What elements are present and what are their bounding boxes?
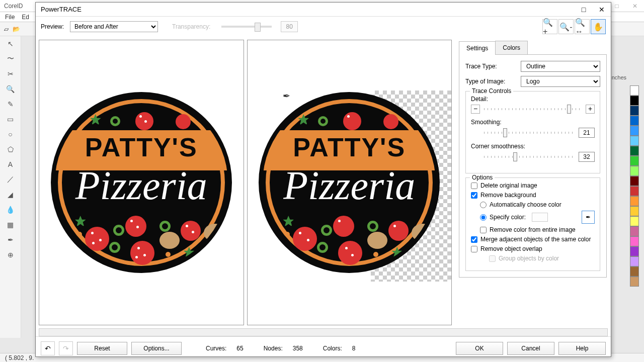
reset-button[interactable]: Reset (77, 342, 127, 355)
eyedropper-button[interactable]: ✒ (582, 211, 595, 224)
cancel-button[interactable]: Cancel (507, 342, 554, 355)
left-toolbox: ↖ 〜 ✂ 🔍 ✎ ▭ ○ ⬠ A ／ ◢ 💧 ▦ ✒ ⊕ (0, 36, 21, 338)
menu-file[interactable]: File (5, 14, 15, 21)
remove-bg-checkbox[interactable] (471, 192, 477, 199)
image-type-label: Type of Image: (465, 78, 521, 85)
swatch[interactable] (630, 236, 639, 246)
trace-controls-group: Trace Controls Detail: − + Smoothing: (465, 91, 600, 173)
line-tool-icon[interactable]: ／ (0, 172, 21, 187)
remove-entire-label: Remove color from entire image (490, 226, 576, 233)
eyedropper-cursor-icon: ✒ (283, 90, 290, 102)
smoothing-slider[interactable] (484, 132, 575, 134)
swatch[interactable] (630, 126, 639, 136)
transparency-value: 80 (281, 21, 298, 32)
eyedropper-tool-icon[interactable]: ✒ (0, 232, 21, 247)
fill-tool-icon[interactable]: ◢ (0, 187, 21, 202)
zoom-in-icon[interactable]: 🔍+ (542, 19, 557, 34)
swatch[interactable] (630, 106, 639, 116)
text-tool-icon[interactable]: A (0, 157, 21, 172)
smoothing-value[interactable]: 21 (579, 128, 595, 138)
dialog-footer: ↶ ↷ Reset Options... Curves:65 Nodes:358… (36, 336, 611, 359)
redo-button[interactable]: ↷ (59, 341, 73, 355)
new-icon[interactable]: ▱ (4, 26, 9, 33)
preview-mode-select[interactable]: Before and After (70, 21, 158, 32)
corner-value[interactable]: 32 (579, 152, 595, 162)
swatch[interactable] (630, 176, 639, 186)
freehand-tool-icon[interactable]: ✎ (0, 97, 21, 112)
curves-value: 65 (236, 345, 243, 352)
dropper-tool-icon[interactable]: 💧 (0, 202, 21, 217)
dialog-close-button[interactable]: ✕ (593, 3, 611, 17)
options-title: Options (470, 174, 495, 181)
help-button[interactable]: Help (558, 342, 606, 355)
merge-adjacent-label: Merge adjacent objects of the same color (480, 236, 591, 243)
swatch[interactable] (630, 246, 639, 256)
before-logo: PATTY'S Pizzeria (51, 92, 232, 273)
detail-slider[interactable] (484, 108, 582, 110)
delete-original-checkbox[interactable] (471, 183, 477, 189)
dialog-maximize-button[interactable]: □ (575, 3, 593, 17)
swatch[interactable] (630, 136, 639, 146)
swatch[interactable] (630, 196, 639, 206)
pan-hand-icon[interactable]: ✋ (591, 19, 606, 34)
after-pane[interactable]: ✒ PATTY'S Pizzeria (247, 40, 452, 325)
remove-bg-label: Remove background (480, 192, 536, 199)
tab-colors[interactable]: Colors (495, 41, 528, 54)
corner-slider[interactable] (484, 156, 575, 158)
menu-edit[interactable]: Ed (22, 14, 29, 21)
undo-button[interactable]: ↶ (41, 341, 55, 355)
transparency-slider[interactable] (221, 26, 272, 28)
ellipse-tool-icon[interactable]: ○ (0, 127, 21, 142)
tab-settings[interactable]: Settings (459, 41, 496, 55)
pick-tool-icon[interactable]: ↖ (0, 36, 21, 51)
ok-button[interactable]: OK (456, 342, 503, 355)
image-type-select[interactable]: Logo (521, 76, 600, 87)
detail-minus-button[interactable]: − (471, 105, 480, 114)
open-icon[interactable]: 📂 (13, 26, 20, 33)
merge-adjacent-checkbox[interactable] (471, 236, 477, 243)
group-by-color-checkbox (489, 255, 496, 262)
swatch[interactable] (630, 206, 639, 216)
swatch[interactable] (630, 226, 639, 236)
swatch[interactable] (630, 146, 639, 156)
specify-color-swatch[interactable] (532, 213, 548, 222)
crop-tool-icon[interactable]: ✂ (0, 66, 21, 81)
options-button[interactable]: Options... (131, 342, 182, 355)
trace-type-select[interactable]: Outline (521, 61, 600, 72)
after-logo: PATTY'S Pizzeria (259, 92, 440, 273)
swatch[interactable] (630, 256, 639, 266)
swatch[interactable] (630, 96, 639, 106)
preview-scrollbar-h[interactable] (39, 328, 608, 336)
shape-tool-icon[interactable]: 〜 (0, 51, 21, 66)
swatch[interactable] (630, 216, 639, 226)
before-pane[interactable]: PATTY'S Pizzeria (39, 40, 244, 325)
rectangle-tool-icon[interactable]: ▭ (0, 112, 21, 127)
group-by-color-label: Group objects by color (499, 255, 559, 262)
remove-entire-checkbox[interactable] (480, 227, 487, 233)
add-tool-icon[interactable]: ⊕ (0, 247, 21, 262)
swatch[interactable] (630, 116, 639, 126)
side-panel: Settings Colors Trace Type: Outline Type… (455, 37, 611, 328)
swatch[interactable] (630, 166, 639, 176)
polygon-tool-icon[interactable]: ⬠ (0, 142, 21, 157)
curves-label: Curves: (206, 345, 226, 352)
swatch[interactable] (630, 85, 639, 96)
zoom-fit-icon[interactable]: 🔍↔ (575, 19, 590, 34)
zoom-tool-icon[interactable]: 🔍 (0, 81, 21, 97)
detail-plus-button[interactable]: + (586, 105, 595, 114)
smoothing-label: Smoothing: (471, 119, 595, 126)
remove-overlap-checkbox[interactable] (471, 246, 477, 252)
swatch[interactable] (630, 156, 639, 166)
eyedropper-icon: ✒ (586, 214, 591, 221)
swatch[interactable] (630, 277, 639, 287)
zoom-out-icon[interactable]: 🔍- (558, 19, 574, 34)
interactive-tool-icon[interactable]: ▦ (0, 217, 21, 232)
nodes-label: Nodes: (264, 345, 283, 352)
swatch[interactable] (630, 266, 639, 277)
bg-close-button[interactable]: ✕ (626, 0, 644, 12)
auto-color-radio[interactable] (480, 202, 487, 208)
dialog-title: PowerTRACE (41, 6, 82, 13)
specify-color-radio[interactable] (480, 214, 487, 221)
specify-color-label: Specify color: (490, 214, 526, 221)
swatch[interactable] (630, 186, 639, 196)
